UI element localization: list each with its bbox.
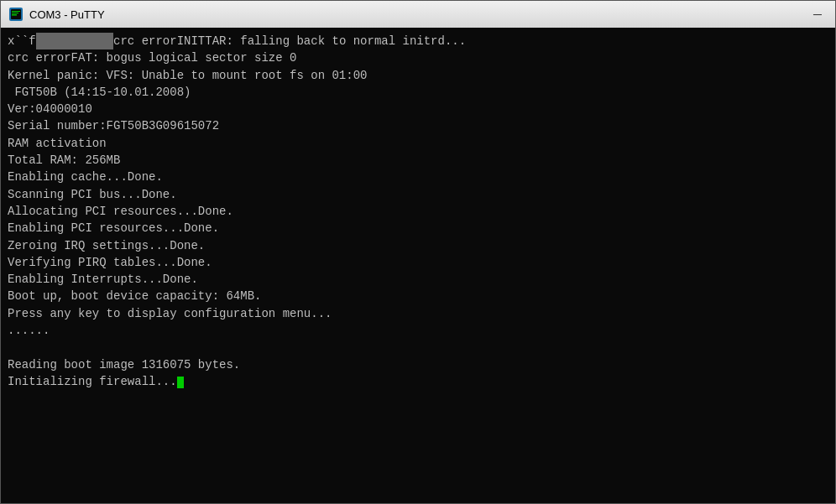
terminal-line: Zeroing IRQ settings...Done. <box>8 237 828 254</box>
terminal-line: Enabling Interrupts...Done. <box>8 271 828 288</box>
line-suffix: crc errorINITTAR: falling back to normal… <box>113 34 466 48</box>
line-prefix: x``f <box>8 34 36 48</box>
terminal-line: ...... <box>8 322 828 339</box>
window-controls: ─ <box>807 6 828 23</box>
terminal-output[interactable]: x``f crc errorINITTAR: falling back to n… <box>1 28 835 503</box>
terminal-line: Allocating PCI resources...Done. <box>8 203 828 220</box>
terminal-line: Total RAM: 256MB <box>8 152 828 169</box>
terminal-line: Enabling PCI resources...Done. <box>8 220 828 236</box>
terminal-line: Serial number:FGT50B3G09615072 <box>8 117 828 134</box>
terminal-line: Boot up, boot device capacity: 64MB. <box>8 288 828 304</box>
terminal-line: FGT50B (14:15-10.01.2008) <box>8 84 828 101</box>
terminal-line: Reading boot image 1316075 bytes. <box>8 356 828 373</box>
terminal-line: RAM activation <box>8 135 828 152</box>
terminal-line: Ver:04000010 <box>8 101 828 117</box>
cursor-line-text: Initializing firewall... <box>8 375 177 388</box>
terminal-line: Enabling cache...Done. <box>8 169 828 185</box>
terminal-line: x``f crc errorINITTAR: falling back to n… <box>8 33 828 49</box>
svg-rect-2 <box>12 14 17 16</box>
terminal-line-cursor: Initializing firewall... <box>8 373 828 390</box>
putty-icon <box>8 6 24 23</box>
titlebar: COM3 - PuTTY ─ <box>1 1 835 28</box>
minimize-button[interactable]: ─ <box>807 6 828 23</box>
terminal-line: Kernel panic: VFS: Unable to mount root … <box>8 67 828 84</box>
terminal-cursor <box>177 377 184 388</box>
redacted-text <box>36 33 113 49</box>
terminal-line: Verifying PIRQ tables...Done. <box>8 254 828 271</box>
terminal-line: Press any key to display configuration m… <box>8 305 828 322</box>
window-title: COM3 - PuTTY <box>29 8 807 21</box>
terminal-line <box>8 339 828 356</box>
svg-rect-4 <box>12 13 18 13</box>
terminal-line: Scanning PCI bus...Done. <box>8 186 828 203</box>
putty-window: COM3 - PuTTY ─ x``f crc errorINITTAR: fa… <box>0 0 836 504</box>
svg-rect-3 <box>12 11 20 12</box>
terminal-line: crc errorFAT: bogus logical sector size … <box>8 49 828 66</box>
